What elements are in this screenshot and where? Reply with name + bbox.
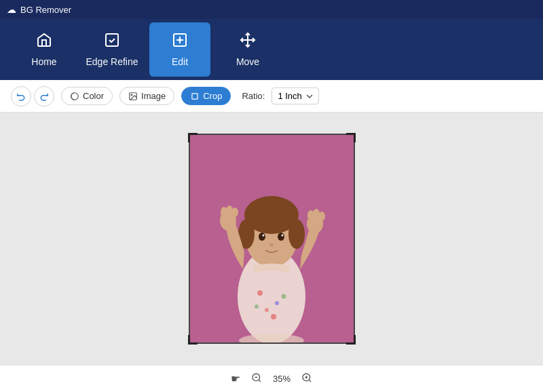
ratio-label: Ratio: bbox=[242, 91, 265, 101]
crop-handle-top-right[interactable] bbox=[346, 133, 356, 142]
svg-point-20 bbox=[259, 233, 265, 241]
svg-point-21 bbox=[278, 233, 284, 241]
ratio-dropdown[interactable]: 1 Inch 1 Inch 2 Inch Passport Custom bbox=[272, 87, 318, 104]
move-icon bbox=[240, 32, 256, 51]
undo-button[interactable] bbox=[11, 86, 31, 106]
crop-handle-bottom-right[interactable] bbox=[346, 335, 356, 345]
nav-edit-label: Edit bbox=[172, 56, 188, 67]
toolbar: Color Image Crop Ratio: 1 Inch 1 Inch 2 … bbox=[0, 80, 543, 113]
svg-point-9 bbox=[257, 290, 263, 296]
svg-point-5 bbox=[131, 94, 132, 96]
svg-point-10 bbox=[275, 301, 279, 305]
svg-point-2 bbox=[179, 39, 181, 41]
zoom-in-button[interactable] bbox=[301, 372, 312, 386]
svg-point-12 bbox=[281, 294, 286, 299]
zoom-out-button[interactable] bbox=[251, 372, 262, 386]
svg-line-35 bbox=[259, 380, 261, 382]
color-label: Color bbox=[83, 91, 104, 101]
svg-point-32 bbox=[318, 212, 325, 221]
zoom-percent: 35% bbox=[273, 374, 291, 384]
svg-point-14 bbox=[271, 314, 276, 319]
status-bar: ☛ 35% bbox=[0, 365, 543, 392]
svg-point-29 bbox=[231, 208, 238, 217]
svg-point-13 bbox=[255, 305, 259, 309]
nav-edge-refine[interactable]: Edge Refine bbox=[81, 22, 143, 77]
color-button[interactable]: Color bbox=[61, 87, 113, 105]
crop-label: Crop bbox=[203, 91, 222, 101]
redo-button[interactable] bbox=[34, 86, 54, 106]
svg-point-11 bbox=[265, 308, 269, 312]
svg-rect-0 bbox=[106, 34, 118, 46]
hand-cursor-icon[interactable]: ☛ bbox=[231, 372, 240, 385]
svg-point-19 bbox=[288, 219, 305, 249]
nav-bar: Home Edge Refine Edit Move bbox=[0, 19, 543, 80]
app-logo-icon: ☁ bbox=[7, 4, 16, 15]
nav-home[interactable]: Home bbox=[14, 22, 75, 77]
nav-edge-refine-label: Edge Refine bbox=[86, 56, 138, 67]
crop-handle-top-left[interactable] bbox=[188, 133, 198, 142]
canvas-area bbox=[0, 113, 543, 365]
title-bar: ☁ BG Remover bbox=[0, 0, 543, 19]
home-icon bbox=[36, 32, 52, 51]
undo-redo-group bbox=[11, 86, 54, 106]
svg-point-24 bbox=[269, 243, 274, 246]
edit-icon bbox=[172, 32, 188, 51]
edge-refine-icon bbox=[104, 32, 120, 51]
app-title: BG Remover bbox=[20, 5, 71, 15]
svg-rect-6 bbox=[192, 93, 198, 98]
nav-edit[interactable]: Edit bbox=[149, 22, 210, 77]
svg-point-23 bbox=[281, 235, 283, 237]
nav-home-label: Home bbox=[31, 56, 56, 67]
photo-image bbox=[189, 134, 355, 344]
child-svg bbox=[189, 134, 355, 344]
image-container[interactable] bbox=[189, 134, 355, 344]
image-label: Image bbox=[141, 91, 166, 101]
nav-move[interactable]: Move bbox=[217, 22, 278, 77]
crop-handle-bottom-left[interactable] bbox=[188, 335, 198, 345]
svg-point-22 bbox=[262, 235, 264, 237]
nav-move-label: Move bbox=[236, 56, 259, 67]
crop-button[interactable]: Crop bbox=[181, 87, 231, 105]
svg-line-38 bbox=[309, 380, 311, 382]
image-button[interactable]: Image bbox=[119, 87, 174, 105]
